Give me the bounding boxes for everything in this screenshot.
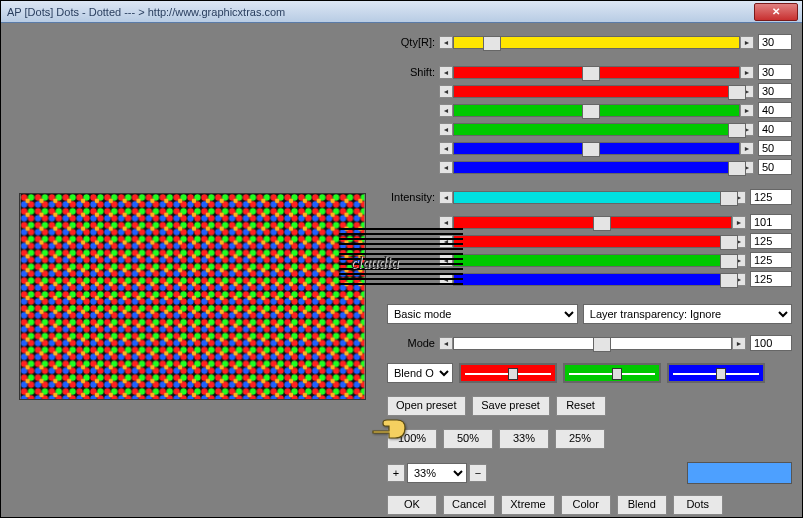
mode-row: Basic mode Layer transparency: Ignore — [387, 304, 792, 324]
slider[interactable]: ◄ ► — [439, 216, 746, 229]
reset-button[interactable]: Reset — [556, 396, 606, 416]
layer-transparency-select[interactable]: Layer transparency: Ignore — [583, 304, 792, 324]
zoom-plus-button[interactable]: + — [387, 464, 405, 482]
slider-value-input[interactable] — [758, 83, 792, 99]
shift-group: Shift: ◄ ► ◄ ► ◄ ► ◄ ► ◄ ► ◄ ► — [387, 61, 792, 181]
plugin-window: AP [Dots] Dots - Dotted --- > http://www… — [0, 0, 803, 518]
blend-button[interactable]: Blend — [617, 495, 667, 515]
mode-slider-row: Mode ◄ ► — [387, 335, 792, 351]
zoom-25-button[interactable]: 25% — [555, 429, 605, 449]
slider[interactable]: ◄ ► — [439, 254, 746, 267]
slider[interactable]: ◄ ► — [439, 191, 746, 204]
tutorial-pointer-icon — [371, 418, 409, 444]
slider-left-arrow-icon[interactable]: ◄ — [439, 191, 453, 204]
watermark-text: claudia — [351, 254, 399, 272]
slider-value-input[interactable] — [750, 335, 792, 351]
slider-value-input[interactable] — [758, 64, 792, 80]
color-slider[interactable] — [563, 363, 661, 383]
slider-right-arrow-icon[interactable]: ► — [732, 216, 746, 229]
slider-track[interactable] — [453, 85, 740, 98]
slider-track[interactable] — [453, 337, 732, 350]
slider[interactable]: ◄ ► — [439, 142, 754, 155]
color-slider[interactable] — [459, 363, 557, 383]
main-buttons-row: OK Cancel Xtreme Color Blend Dots — [387, 495, 792, 515]
slider-value-input[interactable] — [750, 271, 792, 287]
slider[interactable]: ◄ ► — [439, 66, 754, 79]
slider-track[interactable] — [453, 36, 740, 49]
slider-left-arrow-icon[interactable]: ◄ — [439, 216, 453, 229]
slider-left-arrow-icon[interactable]: ◄ — [439, 123, 453, 136]
slider[interactable]: ◄ ► — [439, 36, 754, 49]
open-preset-button[interactable]: Open preset — [387, 396, 466, 416]
slider-track[interactable] — [453, 191, 732, 204]
watermark-logo: claudia — [339, 228, 463, 288]
slider-value-input[interactable] — [758, 102, 792, 118]
ok-button[interactable]: OK — [387, 495, 437, 515]
color-slider[interactable] — [667, 363, 765, 383]
xtreme-button[interactable]: Xtreme — [501, 495, 554, 515]
slider-right-arrow-icon[interactable]: ► — [740, 104, 754, 117]
slider[interactable]: ◄ ► — [439, 161, 754, 174]
slider[interactable]: ◄ ► — [439, 337, 746, 350]
zoom-33-button[interactable]: 33% — [499, 429, 549, 449]
slider-track[interactable] — [453, 235, 732, 248]
slider[interactable]: ◄ ► — [439, 273, 746, 286]
svg-rect-6 — [21, 194, 365, 399]
slider-track[interactable] — [453, 161, 740, 174]
save-preset-button[interactable]: Save preset — [472, 396, 550, 416]
slider-right-arrow-icon[interactable]: ► — [740, 142, 754, 155]
color-swatch[interactable] — [687, 462, 792, 484]
color-button[interactable]: Color — [561, 495, 611, 515]
blend-options-select[interactable]: Blend Optio — [387, 363, 453, 383]
qty-group: Qty[R]: ◄ ► — [387, 31, 792, 56]
cancel-button[interactable]: Cancel — [443, 495, 495, 515]
titlebar[interactable]: AP [Dots] Dots - Dotted --- > http://www… — [1, 1, 802, 23]
slider-label: Mode — [387, 337, 439, 349]
window-title: AP [Dots] Dots - Dotted --- > http://www… — [7, 6, 754, 18]
slider-left-arrow-icon[interactable]: ◄ — [439, 36, 453, 49]
slider-left-arrow-icon[interactable]: ◄ — [439, 104, 453, 117]
slider-value-input[interactable] — [758, 34, 792, 50]
window-body: claudia Qty[R]: ◄ ► Shift: ◄ ► ◄ ► ◄ ► ◄… — [1, 23, 802, 517]
slider-value-input[interactable] — [758, 140, 792, 156]
slider-track[interactable] — [453, 142, 740, 155]
slider[interactable]: ◄ ► — [439, 123, 754, 136]
slider-track[interactable] — [453, 216, 732, 229]
zoom-50-button[interactable]: 50% — [443, 429, 493, 449]
slider-track[interactable] — [453, 66, 740, 79]
slider-right-arrow-icon[interactable]: ► — [732, 337, 746, 350]
slider[interactable]: ◄ ► — [439, 235, 746, 248]
slider-left-arrow-icon[interactable]: ◄ — [439, 161, 453, 174]
zoom-presets-row: 100% 50% 33% 25% — [387, 429, 792, 449]
slider-value-input[interactable] — [750, 252, 792, 268]
slider-track[interactable] — [453, 273, 732, 286]
slider[interactable]: ◄ ► — [439, 85, 754, 98]
preview-pane — [19, 193, 366, 400]
zoom-row: + 33% − — [387, 462, 792, 484]
slider-label: Shift: — [387, 66, 439, 78]
slider-track[interactable] — [453, 123, 740, 136]
slider-left-arrow-icon[interactable]: ◄ — [439, 85, 453, 98]
zoom-select[interactable]: 33% — [407, 463, 467, 483]
slider-label: Qty[R]: — [387, 36, 439, 48]
slider-left-arrow-icon[interactable]: ◄ — [439, 66, 453, 79]
slider-value-input[interactable] — [758, 159, 792, 175]
slider-left-arrow-icon[interactable]: ◄ — [439, 142, 453, 155]
slider-right-arrow-icon[interactable]: ► — [740, 36, 754, 49]
slider-value-input[interactable] — [758, 121, 792, 137]
basic-mode-select[interactable]: Basic mode — [387, 304, 578, 324]
slider-value-input[interactable] — [750, 189, 792, 205]
slider-value-input[interactable] — [750, 214, 792, 230]
slider-label: Intensity: — [387, 191, 439, 203]
slider-track[interactable] — [453, 104, 740, 117]
blend-row: Blend Optio — [387, 363, 792, 383]
zoom-minus-button[interactable]: − — [469, 464, 487, 482]
preset-row: Open preset Save preset Reset — [387, 396, 792, 416]
slider-left-arrow-icon[interactable]: ◄ — [439, 337, 453, 350]
close-button[interactable]: ✕ — [754, 3, 798, 21]
slider[interactable]: ◄ ► — [439, 104, 754, 117]
dots-button[interactable]: Dots — [673, 495, 723, 515]
slider-right-arrow-icon[interactable]: ► — [740, 66, 754, 79]
slider-track[interactable] — [453, 254, 732, 267]
slider-value-input[interactable] — [750, 233, 792, 249]
